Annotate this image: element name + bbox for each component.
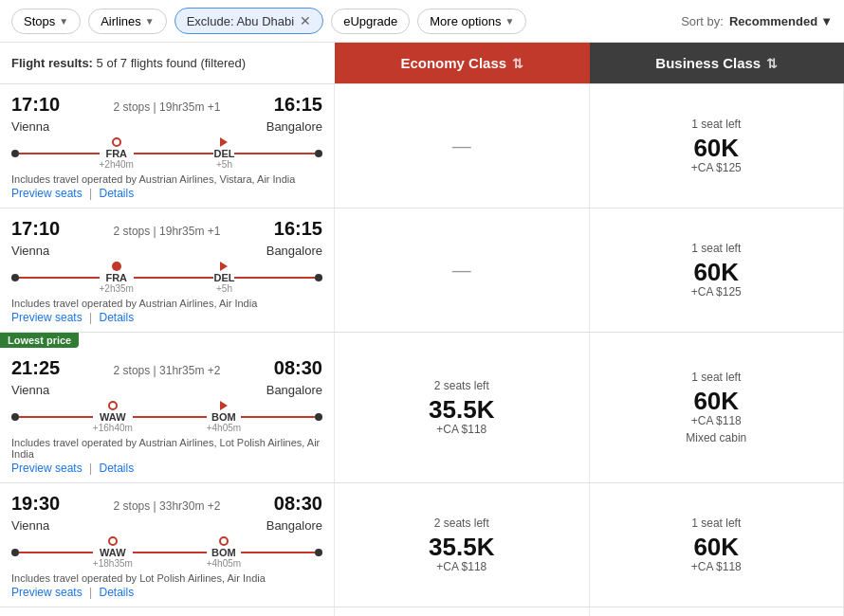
stops-info: 2 stops | 19hr35m +1: [114, 225, 221, 238]
flights-list: 17:10 2 stops | 19hr35m +1 16:15 Vienna …: [0, 84, 844, 616]
origin-dot-icon: [11, 549, 19, 556]
airlines-filter-button[interactable]: Airlines ▼: [88, 9, 167, 34]
economy-class-header[interactable]: Economy Class ⇅: [335, 43, 590, 83]
stop1-code: FRA: [105, 272, 127, 283]
stop2-dot-icon: [220, 262, 228, 271]
operated-by-text: Includes travel operated by Austrian Air…: [11, 298, 322, 309]
origin-destination-row: Vienna Bangalore: [11, 119, 322, 134]
stop2-container: BOM +4h05m: [207, 536, 241, 569]
business-price-sub: +CA $118: [691, 560, 742, 573]
preview-seats-link[interactable]: Preview seats: [11, 187, 83, 200]
business-seats-left: 1 seat left: [691, 242, 741, 255]
flight-times: 19:30 2 stops | 33hr30m +2 08:30: [11, 493, 322, 515]
route-line2-icon: [134, 277, 214, 279]
route-line3-icon: [241, 552, 315, 553]
flight-times: 21:25 2 stops | 31hr35m +2 08:30: [11, 357, 322, 379]
flight-info: 19:30 2 stops | 33hr30m +2 08:30 Vienna …: [0, 483, 335, 607]
link-separator: |: [89, 462, 95, 475]
arrive-time: 16:15: [274, 218, 322, 240]
stop2-time: +5h: [216, 159, 232, 170]
route-visual: FRA +2h40m DEL +5h: [11, 137, 322, 170]
business-price-cell[interactable]: 1 seat left 60K +CA $118 Mixed cabin: [590, 607, 845, 616]
economy-price-cell[interactable]: 2 seats left 35.5K +CA $118: [335, 483, 590, 607]
sort-label: Sort by:: [681, 14, 724, 28]
results-header: Flight results: 5 of 7 flights found (fi…: [0, 43, 844, 84]
business-price-cell[interactable]: 1 seat left 60K +CA $125: [590, 84, 845, 208]
economy-price-cell[interactable]: —: [335, 84, 590, 208]
route-line-icon: [19, 153, 100, 154]
mixed-cabin-label: Mixed cabin: [686, 431, 746, 444]
destination-dot-icon: [315, 150, 322, 157]
details-link[interactable]: Details: [100, 462, 135, 475]
details-link[interactable]: Details: [100, 586, 135, 599]
preview-seats-link[interactable]: Preview seats: [11, 462, 83, 475]
preview-seats-link[interactable]: Preview seats: [11, 586, 83, 599]
destination-dot-icon: [315, 274, 322, 281]
stop2-container: DEL +5h: [213, 137, 234, 170]
stop2-dot-icon: [220, 401, 228, 410]
stop2-dot-icon: [219, 536, 229, 546]
route-line2-icon: [133, 416, 207, 418]
flight-info: 21:25 2 stops | 31hr35m +2 08:30 Vienna …: [0, 333, 335, 482]
exclude-close-icon[interactable]: ✕: [300, 13, 311, 28]
stop1-dot-icon: [112, 137, 121, 147]
more-options-arrow-icon: ▼: [505, 16, 514, 27]
filter-bar: Stops ▼ Airlines ▼ Exclude: Abu Dhabi ✕ …: [0, 0, 844, 43]
flight-info: 21:25 2 stops | 34hr15m +2 11:10 Vienna …: [0, 607, 335, 616]
results-title-text: Flight results:: [11, 56, 93, 70]
stops-info: 2 stops | 19hr35m +1: [114, 100, 221, 114]
preview-seats-link[interactable]: Preview seats: [11, 311, 83, 324]
stop1-time: +18h35m: [93, 558, 133, 569]
route-line-icon: [19, 416, 93, 418]
stop1-container: WAW +16h40m: [93, 401, 133, 433]
economy-unavailable-dash: —: [452, 136, 471, 157]
business-seats-left: 1 seat left: [691, 118, 741, 131]
lowest-price-badge: Lowest price: [0, 333, 79, 348]
economy-seats-left: 2 seats left: [434, 379, 489, 392]
depart-time: 21:25: [11, 357, 60, 379]
flight-info: 17:10 2 stops | 19hr35m +1 16:15 Vienna …: [0, 208, 335, 332]
eupgrade-filter-button[interactable]: eUpgrade: [331, 9, 410, 34]
business-price-cell[interactable]: 1 seat left 60K +CA $125: [590, 208, 845, 332]
stop1-time: +16h40m: [93, 423, 133, 433]
sort-area: Sort by: Recommended ▼: [681, 14, 833, 28]
airlines-label: Airlines: [101, 14, 141, 28]
stops-filter-button[interactable]: Stops ▼: [11, 9, 81, 34]
origin-city: Vienna: [11, 383, 49, 397]
flight-times: 17:10 2 stops | 19hr35m +1 16:15: [11, 218, 322, 240]
preview-links: Preview seats | Details: [11, 187, 322, 200]
sort-value-button[interactable]: Recommended ▼: [729, 14, 833, 28]
flight-row: 21:25 2 stops | 34hr15m +2 11:10 Vienna …: [0, 607, 844, 616]
stop1-code: FRA: [105, 148, 127, 159]
stop1-dot-icon: [108, 536, 118, 546]
origin-city: Vienna: [11, 244, 49, 258]
business-price-sub: +CA $125: [691, 285, 742, 299]
economy-price-cell[interactable]: —: [335, 208, 590, 332]
business-price-cell[interactable]: 1 seat left 60K +CA $118 Mixed cabin: [590, 333, 845, 482]
business-price: 60K: [693, 259, 739, 286]
details-link[interactable]: Details: [100, 187, 135, 200]
route-line-icon: [19, 277, 100, 279]
economy-price-sub: +CA $118: [436, 423, 486, 436]
depart-time: 19:30: [11, 493, 60, 515]
business-price-sub: +CA $125: [691, 161, 742, 174]
arrive-time: 08:30: [274, 357, 322, 379]
economy-label: Economy Class: [400, 55, 506, 71]
stop2-time: +5h: [216, 283, 232, 294]
link-separator: |: [89, 586, 95, 599]
economy-price-cell[interactable]: 2 seats left 35.5K +CA $118: [335, 607, 590, 616]
business-class-header[interactable]: Business Class ⇅: [590, 43, 845, 83]
exclude-filter-button[interactable]: Exclude: Abu Dhabi ✕: [174, 8, 323, 34]
economy-price-cell[interactable]: 2 seats left 35.5K +CA $118: [335, 333, 590, 482]
details-link[interactable]: Details: [100, 311, 135, 324]
sort-value-text: Recommended: [729, 14, 817, 28]
stops-info: 2 stops | 33hr30m +2: [114, 499, 221, 513]
flight-row: 17:10 2 stops | 19hr35m +1 16:15 Vienna …: [0, 208, 844, 333]
stop2-code: DEL: [213, 272, 234, 283]
stop2-container: DEL +5h: [213, 262, 234, 294]
business-label: Business Class: [655, 55, 761, 71]
business-price-cell[interactable]: 1 seat left 60K +CA $118: [590, 483, 845, 607]
more-options-filter-button[interactable]: More options ▼: [417, 9, 526, 34]
origin-dot-icon: [11, 274, 19, 281]
business-seats-left: 1 seat left: [691, 516, 741, 530]
